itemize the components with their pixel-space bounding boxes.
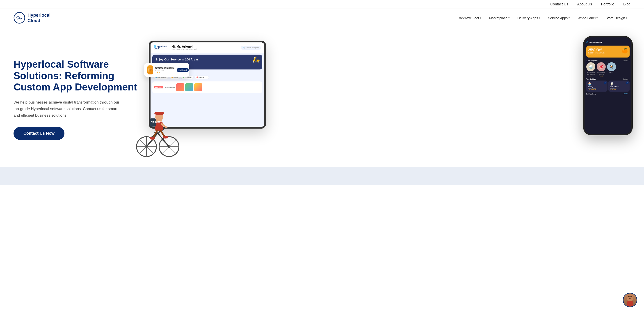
flash-timer-badge: 20h Left [154, 86, 163, 88]
top-selling-explore[interactable]: Explore > [623, 78, 630, 80]
nav-store[interactable]: Store Design ▾ [602, 14, 630, 22]
chevron-down-icon: ▾ [568, 17, 570, 20]
svg-rect-27 [154, 113, 156, 114]
topnav-contact[interactable]: Contact Us [550, 2, 568, 6]
tablet-logo: 🌐 HyperlocalCloud [154, 45, 167, 50]
flash-item-1 [176, 83, 184, 91]
top-selling-title: Top Selling [586, 78, 596, 80]
meat-label: Fresh Meats [597, 72, 605, 73]
nav-service[interactable]: Service Apps ▾ [545, 14, 573, 22]
croissant-stars: ★★★ [155, 71, 174, 73]
dot-active [588, 55, 591, 55]
nav-links: Cab/Taxi/Fleet ▾ Marketplace ▾ Delivery … [454, 14, 630, 22]
bottom-section [0, 167, 644, 185]
delivery-person: DELIVERY [133, 93, 182, 165]
croissant-info: Croissant+Cookie Restaurant ★★★ [155, 67, 174, 73]
phone-notch [601, 38, 615, 41]
main-nav: HyperlocalCloud Cab/Taxi/Fleet ▾ Marketp… [0, 9, 644, 27]
dashboard-button[interactable]: Dashboard [177, 68, 188, 72]
spotlight-explore[interactable]: Explore > [623, 93, 630, 95]
nav-delivery[interactable]: Delivery Apps ▾ [514, 14, 544, 22]
nav-cab[interactable]: Cab/Taxi/Fleet ▾ [454, 14, 484, 22]
nav-marketplace[interactable]: Marketplace ▾ [486, 14, 513, 22]
other-label: Cook... [609, 72, 614, 73]
tablet-welcome: Welcome to your dashboard! [172, 48, 236, 51]
tablet-cat-chinese[interactable]: Chinese F... [195, 76, 209, 79]
milk-price: 15.88 / Set [610, 89, 628, 90]
topnav-blog[interactable]: Blog [623, 2, 630, 6]
phone-screen: 🌐 Hyperlocal Cloud 25% Off Get 25% off o… [584, 38, 632, 134]
scooter-icon: 🛵 [252, 56, 260, 63]
milk-card: 🥛 Milk, Cheese Milk products 15.88 / Set… [608, 81, 630, 92]
meat-items: 20+ items [599, 74, 604, 75]
dot-1 [592, 55, 593, 55]
top-bar: Contact Us About Us Portfolio Blog [0, 0, 644, 9]
flash-item-3 [194, 83, 202, 91]
croissant-card: 🥐 Croissant+Cookie Restaurant ★★★ Dashbo… [144, 63, 189, 77]
cat-dot-bev [183, 77, 184, 78]
tablet-header: 🌐 HyperlocalCloud Hi, Mr. Arlene! Welcom… [150, 42, 264, 53]
meat-icon: 🥩 [597, 62, 606, 71]
rice-label: Basmati Rice [587, 72, 595, 73]
phone-logo: 🌐 Hyperlocal Cloud [586, 42, 602, 43]
chevron-down-icon: ▾ [508, 17, 510, 20]
hero-content: Hyperlocal Software Solutions: Reforming… [14, 59, 140, 140]
meat-price: From: 09 [599, 75, 604, 77]
phone-cat-row: 🍚 Basmati Rice 120+ Rice items From: 07 … [584, 62, 632, 77]
chevron-down-icon: ▾ [539, 17, 540, 20]
phone-cat-meat: 🥩 Fresh Meats 20+ items From: 09 [597, 62, 606, 77]
topnav-about[interactable]: About Us [577, 2, 592, 6]
chevron-down-icon: ▾ [626, 17, 627, 20]
spotlight-title: In Spotlight [586, 93, 596, 95]
chevron-down-icon: ▾ [596, 17, 598, 20]
explore-link[interactable]: Explore > [623, 60, 630, 62]
tablet-flash-sale: 20h Left Flash Sale in [152, 81, 262, 93]
milk-add-btn[interactable]: + [626, 81, 629, 84]
nav-whitelabel[interactable]: White-Label ▾ [574, 14, 601, 22]
cat-dot-main [156, 77, 157, 78]
croissant-name: Croissant+Cookie [155, 67, 174, 69]
fruit-icon: 🍊 [622, 48, 628, 54]
bakery-card: 🧁 Bakery Multiple products 7.59 / Packet… [586, 81, 608, 92]
top-selling-header: Top Selling Explore > [584, 77, 632, 81]
hero-subtitle: We help businesses achieve digital trans… [14, 99, 122, 119]
bakery-add-btn[interactable]: + [604, 81, 606, 84]
banner-dots [588, 55, 628, 55]
phone-cat-rice: 🍚 Basmati Rice 120+ Rice items From: 07 [586, 62, 595, 77]
chevron-down-icon: ▾ [480, 17, 481, 20]
spotlight-header: In Spotlight Explore > [584, 92, 632, 95]
rice-icon: 🍚 [586, 62, 595, 71]
phone-mockup: 🌐 Hyperlocal Cloud 25% Off Get 25% off o… [583, 36, 633, 135]
croissant-icon: 🥐 [147, 65, 153, 75]
tablet-banner-title: Enjoy Our Service in 104 Areas [156, 58, 259, 62]
cat-dot-chinese [196, 77, 198, 78]
logo[interactable]: HyperlocalCloud [14, 12, 50, 24]
flash-timer: 20h Left Flash Sale in [154, 86, 175, 88]
phone-discount: 25% Off [588, 48, 604, 52]
all-categories-title: All Categoreis [586, 60, 598, 62]
svg-rect-26 [156, 112, 163, 115]
croissant-type: Restaurant [155, 69, 174, 71]
hero-visual: 🥐 Croissant+Cookie Restaurant ★★★ Dashbo… [140, 41, 630, 158]
bakery-price: 7.59 / Packet [588, 89, 606, 90]
svg-text:DELIVERY: DELIVERY [151, 121, 162, 124]
all-categories-header: All Categoreis Explore > [584, 59, 632, 62]
topnav-portfolio[interactable]: Portfolio [601, 2, 614, 6]
flash-item-2 [185, 83, 193, 91]
rice-items: 120+ Rice items [587, 74, 595, 75]
cat-dot-snack [172, 77, 173, 78]
svg-point-31 [150, 137, 155, 140]
milk-name: Milk, Cheese [610, 86, 628, 88]
svg-line-30 [160, 130, 164, 136]
hero-title: Hyperlocal Software Solutions: Reforming… [14, 59, 140, 93]
phone-banner: 25% Off Get 25% off on all fruits 🍊 [586, 46, 630, 58]
logo-icon [14, 12, 25, 24]
dot-2 [594, 55, 595, 55]
tablet-search[interactable]: 🔍 Search category [241, 46, 261, 50]
phone-cat-other: 🍳 Cook... [607, 62, 616, 77]
phone-discount-sub: Get 25% off on all fruits [588, 52, 604, 54]
flash-items [176, 83, 202, 91]
milk-icon: 🥛 [610, 82, 628, 86]
rice-price: From: 07 [588, 75, 593, 77]
contact-us-now-button[interactable]: Contact Us Now [14, 127, 64, 140]
